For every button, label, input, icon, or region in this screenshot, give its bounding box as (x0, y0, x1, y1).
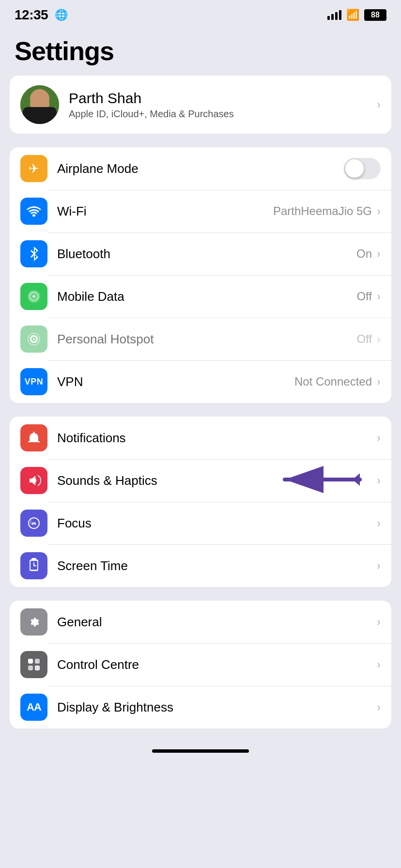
profile-name: Parth Shah (69, 90, 377, 107)
vpn-label: VPN (57, 374, 294, 389)
mobile-data-chevron: › (377, 290, 381, 303)
general-icon (20, 608, 47, 636)
vpn-row[interactable]: VPN VPN Not Connected › (10, 360, 391, 403)
svg-rect-14 (37, 666, 38, 670)
personal-hotspot-value: Off (356, 332, 372, 346)
svg-rect-10 (28, 666, 33, 670)
arrow-svg (256, 463, 362, 496)
network-section: ✈ Airplane Mode Wi-Fi ParthHeemaJio 5G ›… (10, 147, 391, 403)
general-section: General › Control Centre › AA Display & … (10, 601, 391, 728)
airplane-mode-label: Airplane Mode (57, 161, 344, 176)
screen-time-row[interactable]: Screen Time › (10, 544, 391, 587)
control-centre-label: Control Centre (57, 657, 377, 672)
profile-subtitle: Apple ID, iCloud+, Media & Purchases (69, 108, 377, 120)
status-icons: 📶 88 (327, 9, 386, 21)
focus-label: Focus (57, 516, 377, 531)
status-bar: 12:35 🌐 📶 88 (0, 0, 401, 26)
profile-card[interactable]: Parth Shah Apple ID, iCloud+, Media & Pu… (10, 76, 391, 134)
vpn-icon: VPN (20, 368, 47, 395)
sounds-haptics-chevron: › (377, 474, 381, 487)
toggle-thumb (345, 159, 364, 178)
personal-hotspot-label: Personal Hotspot (57, 332, 356, 347)
bluetooth-icon (20, 240, 47, 267)
wifi-label: Wi-Fi (57, 204, 273, 219)
battery-indicator: 88 (364, 9, 386, 21)
arrow-annotation (256, 463, 362, 498)
airplane-mode-row[interactable]: ✈ Airplane Mode (10, 147, 391, 190)
focus-row[interactable]: Focus › (10, 502, 391, 544)
display-brightness-chevron: › (377, 700, 381, 714)
vpn-chevron: › (377, 375, 381, 388)
bluetooth-chevron: › (377, 247, 381, 261)
airplane-mode-icon: ✈ (20, 155, 47, 182)
wifi-row[interactable]: Wi-Fi ParthHeemaJio 5G › (10, 190, 391, 232)
control-centre-row[interactable]: Control Centre › (10, 643, 391, 686)
wifi-chevron: › (377, 204, 381, 218)
wifi-status-icon: 📶 (346, 9, 359, 21)
display-brightness-label: Display & Brightness (57, 700, 377, 715)
status-time: 12:35 (15, 7, 48, 23)
wifi-value: ParthHeemaJio 5G (273, 204, 372, 218)
screen-time-label: Screen Time (57, 558, 377, 574)
bluetooth-row[interactable]: Bluetooth On › (10, 232, 391, 275)
mobile-data-label: Mobile Data (57, 289, 356, 304)
profile-info: Parth Shah Apple ID, iCloud+, Media & Pu… (69, 90, 377, 120)
svg-point-1 (33, 295, 35, 298)
aa-text: AA (27, 701, 41, 713)
vpn-text: VPN (25, 377, 44, 387)
profile-chevron: › (377, 98, 381, 111)
home-indicator (0, 742, 401, 758)
mobile-data-icon (20, 283, 47, 310)
bluetooth-value: On (356, 247, 372, 261)
svg-rect-8 (28, 659, 33, 664)
general-row[interactable]: General › (10, 601, 391, 643)
display-brightness-row[interactable]: AA Display & Brightness › (10, 686, 391, 728)
personal-hotspot-row[interactable]: Personal Hotspot Off › (10, 318, 391, 360)
screen-time-chevron: › (377, 559, 381, 573)
signal-bars (327, 10, 341, 20)
svg-rect-9 (35, 659, 40, 664)
general-label: General (57, 615, 377, 630)
personal-hotspot-chevron: › (377, 332, 381, 346)
profile-row[interactable]: Parth Shah Apple ID, iCloud+, Media & Pu… (10, 76, 391, 134)
notifications-icon (20, 424, 47, 451)
personal-hotspot-icon (20, 326, 47, 353)
general-chevron: › (377, 615, 381, 629)
wifi-icon (20, 198, 47, 225)
focus-chevron: › (377, 516, 381, 530)
display-brightness-icon: AA (20, 694, 47, 721)
notifications-label: Notifications (57, 431, 377, 446)
notifications-section: Notifications › Sounds & Haptics › (10, 417, 391, 587)
page-title: Settings (0, 26, 401, 76)
home-bar (152, 749, 249, 753)
mobile-data-row[interactable]: Mobile Data Off › (10, 275, 391, 318)
vpn-value: Not Connected (294, 375, 372, 388)
airplane-mode-toggle[interactable] (344, 158, 381, 179)
avatar (20, 85, 59, 124)
control-centre-icon (20, 651, 47, 678)
sounds-haptics-icon (20, 467, 47, 494)
globe-icon: 🌐 (55, 9, 68, 21)
screen-time-icon (20, 552, 47, 579)
bluetooth-label: Bluetooth (57, 247, 356, 262)
notifications-chevron: › (377, 431, 381, 445)
mobile-data-value: Off (356, 290, 372, 303)
notifications-row[interactable]: Notifications › (10, 417, 391, 459)
sounds-haptics-row[interactable]: Sounds & Haptics › (10, 459, 391, 502)
control-centre-chevron: › (377, 658, 381, 671)
focus-icon (20, 510, 47, 537)
